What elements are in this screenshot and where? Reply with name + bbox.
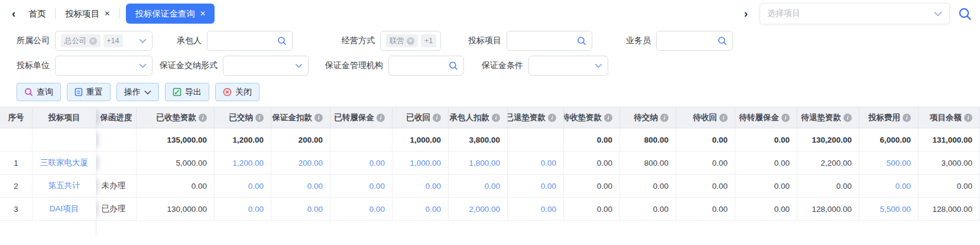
column-label: 已收回	[407, 112, 431, 123]
bid-project-label: 投标项目	[468, 36, 501, 46]
deposit-pay-form-select[interactable]	[223, 56, 309, 76]
cell-bid-cost: 5,500.00	[859, 198, 919, 221]
amount-link[interactable]: 0.00	[426, 205, 441, 214]
amount-link[interactable]: 0.00	[541, 205, 556, 214]
query-button[interactable]: 查询	[17, 83, 61, 101]
amount-link[interactable]: 500.00	[887, 159, 911, 167]
info-icon[interactable]: i	[781, 114, 790, 122]
project-link[interactable]: 三联家电大厦	[40, 157, 88, 168]
amount-link[interactable]: 1,200.00	[232, 159, 264, 167]
tab-bid-deposit-query[interactable]: 投标保证金查询 ✕	[126, 4, 215, 24]
cell-paid-in: 1,200.00	[215, 151, 271, 175]
summary-contractor-deduction: 3,800.00	[449, 128, 508, 151]
info-icon[interactable]: i	[433, 114, 441, 122]
info-icon[interactable]: i	[199, 114, 207, 122]
table-row: 2第五共计未办理0.000.000.000.000.000.000.000.00…	[0, 175, 980, 198]
export-button[interactable]: 导出	[165, 83, 209, 101]
cell-transferred-performance: 0.00	[330, 175, 392, 198]
info-icon[interactable]: i	[377, 114, 385, 122]
amount-link[interactable]: 0.00	[541, 159, 556, 167]
tabs-scroll-right-icon[interactable]: ›	[741, 7, 751, 20]
amount-link[interactable]: 0.00	[307, 182, 323, 191]
cell-recovered: 0.00	[392, 175, 449, 198]
operation-mode-multiselect[interactable]: 联营✕ +1	[380, 31, 441, 51]
info-icon[interactable]: i	[903, 114, 911, 122]
info-icon[interactable]: i	[548, 114, 556, 122]
deposit-agency-search-input[interactable]	[388, 56, 464, 76]
salesman-search-input[interactable]	[656, 31, 733, 51]
summary-value: 130,200.00	[812, 136, 852, 144]
remove-tag-icon[interactable]: ✕	[407, 37, 414, 45]
column-header-paid-in: 已交纳i	[215, 107, 271, 128]
amount-value: 0.00	[712, 205, 728, 214]
amount-link[interactable]: 5,500.00	[880, 205, 911, 214]
tab-bid-project[interactable]: 投标项目 ✕	[56, 0, 119, 27]
info-icon[interactable]: i	[604, 114, 612, 122]
cell-paid-in: 0.00	[215, 198, 271, 221]
amount-link[interactable]: 200.00	[298, 159, 323, 167]
info-icon[interactable]: i	[660, 114, 669, 122]
chevron-down-icon	[295, 63, 303, 68]
project-link[interactable]: DAI项目	[50, 204, 79, 214]
deposit-condition-select[interactable]	[528, 56, 608, 76]
amount-link[interactable]: 0.00	[369, 182, 385, 191]
info-icon[interactable]: i	[964, 114, 972, 122]
amount-link[interactable]: 0.00	[369, 159, 385, 167]
close-tab-icon[interactable]: ✕	[104, 9, 110, 18]
info-icon[interactable]: i	[719, 114, 728, 122]
amount-link[interactable]: 0.00	[369, 205, 385, 214]
search-icon[interactable]	[958, 7, 972, 21]
info-icon[interactable]: i	[843, 114, 852, 122]
cell-guarantee-progress: 未办理	[96, 175, 137, 198]
operate-dropdown-button[interactable]: 操作	[116, 83, 159, 101]
contractor-search-input[interactable]	[207, 31, 293, 51]
amount-link[interactable]: 0.00	[895, 182, 911, 191]
summary-pending-transfer-performance: 0.00	[735, 128, 797, 151]
amount-link[interactable]: 0.00	[248, 205, 264, 214]
summary-value: 1,200.00	[232, 136, 264, 144]
more-tags-badge: +14	[103, 34, 123, 47]
cell-transferred-performance: 0.00	[330, 198, 392, 221]
search-icon	[718, 36, 727, 46]
column-header-recovered: 已收回i	[392, 107, 449, 128]
column-label: 已收垫资款	[157, 112, 197, 123]
amount-link[interactable]: 0.00	[426, 182, 441, 191]
column-header-refunded-advance: 已退垫资款i	[508, 107, 564, 128]
info-icon[interactable]: i	[255, 114, 264, 122]
amount-link[interactable]: 0.00	[307, 205, 323, 214]
close-button[interactable]: 关闭	[215, 83, 259, 101]
amount-link[interactable]: 0.00	[485, 182, 500, 191]
cell-received-advance: 5,000.00	[137, 151, 215, 175]
tabs-scroll-left-icon[interactable]: ‹	[8, 7, 19, 20]
more-tags-badge: +1	[421, 34, 436, 47]
project-select[interactable]: 选择项目	[760, 3, 950, 24]
search-icon	[449, 61, 458, 70]
close-tab-icon[interactable]: ✕	[200, 9, 206, 18]
cell-project-balance: 0.00	[919, 175, 980, 198]
bid-unit-select[interactable]	[55, 56, 152, 76]
info-icon[interactable]: i	[492, 114, 500, 122]
column-label: 待收垫资款	[564, 112, 602, 123]
info-icon[interactable]: i	[314, 114, 323, 122]
amount-link[interactable]: 2,000.00	[469, 205, 500, 214]
amount-link[interactable]: 1,000.00	[410, 159, 441, 167]
action-toolbar: 查询 重置 操作 导出 关闭	[0, 83, 980, 101]
cell-pending-transfer-performance: 0.00	[735, 198, 797, 221]
cell-pending-recovery: 0.00	[676, 151, 735, 175]
bid-project-search-input[interactable]	[507, 31, 592, 51]
company-multiselect[interactable]: 总公司✕ +14	[55, 31, 152, 51]
project-link[interactable]: 第五共计	[48, 180, 80, 191]
amount-link[interactable]: 1,800.00	[469, 159, 500, 167]
tab-home[interactable]: 首页	[19, 0, 55, 27]
amount-link[interactable]: 0.00	[541, 182, 556, 191]
amount-value: 0.00	[597, 182, 612, 191]
remove-tag-icon[interactable]: ✕	[89, 37, 97, 45]
amount-value: 128,000.00	[932, 205, 972, 214]
column-label: 待收回	[693, 112, 718, 123]
amount-link[interactable]: 0.00	[248, 182, 264, 191]
guarantee-progress-value: 未办理	[102, 180, 126, 191]
column-header-deposit-deduction: 保证金扣款i	[271, 107, 330, 128]
reset-button[interactable]: 重置	[67, 83, 111, 101]
amount-value: 5,000.00	[176, 159, 207, 167]
summary-pending-advance: 0.00	[564, 128, 620, 151]
